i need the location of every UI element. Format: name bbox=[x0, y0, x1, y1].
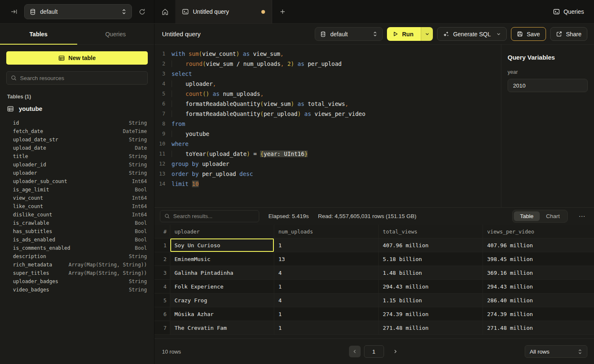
next-page-button[interactable] bbox=[391, 349, 400, 354]
queries-button[interactable]: Queries bbox=[543, 0, 594, 23]
column-name: uploader_sub_count bbox=[13, 178, 67, 184]
table-cell[interactable]: 1.15 billion bbox=[379, 294, 483, 307]
table-cell[interactable]: 1 bbox=[274, 321, 379, 334]
prev-page-button[interactable] bbox=[349, 346, 361, 357]
table-cell[interactable]: 369.16 million bbox=[483, 266, 594, 279]
table-cell[interactable]: Crazy Frog bbox=[170, 294, 274, 307]
table-cell[interactable]: 294.43 million bbox=[379, 280, 483, 293]
results-footer: 10 rows All rows bbox=[154, 339, 594, 364]
chevron-updown-icon bbox=[373, 31, 377, 37]
results-panel: Elapsed: 5.419s Read: 4,557,605,031 rows… bbox=[154, 207, 594, 364]
run-options-button[interactable] bbox=[421, 27, 433, 41]
table-cell[interactable]: 407.96 million bbox=[483, 238, 594, 252]
table-cell[interactable]: 1 bbox=[274, 307, 379, 321]
save-button[interactable]: Save bbox=[511, 27, 546, 41]
run-button[interactable]: Run bbox=[387, 27, 421, 41]
table-cell[interactable]: 274.39 million bbox=[483, 307, 594, 321]
query-variables-title: Query Variables bbox=[508, 54, 588, 61]
column-name: title bbox=[13, 153, 28, 159]
results-search-input[interactable] bbox=[173, 213, 255, 219]
query-database-selector[interactable]: default bbox=[315, 27, 383, 41]
play-icon bbox=[393, 31, 398, 37]
table-cell[interactable]: 4 bbox=[274, 294, 379, 307]
column-name: video_badges bbox=[13, 287, 49, 293]
database-selector-value: default bbox=[40, 8, 117, 15]
sql-token: toYear bbox=[186, 151, 206, 157]
row-index-cell[interactable]: 3 bbox=[154, 266, 170, 279]
generate-sql-button[interactable]: Generate SQL bbox=[437, 27, 506, 41]
table-cell[interactable]: 274.39 million bbox=[379, 307, 483, 321]
table-cell[interactable]: Galinha Pintadinha bbox=[170, 266, 274, 279]
line-number: 12 bbox=[154, 159, 165, 169]
resource-search-input[interactable] bbox=[20, 75, 143, 81]
row-index-cell[interactable]: 4 bbox=[154, 280, 170, 293]
tab-untitled-query[interactable]: Untitled query bbox=[175, 0, 272, 23]
table-cell[interactable]: Folk Experience bbox=[170, 280, 274, 293]
sidebar-table-youtube[interactable]: youtube bbox=[6, 105, 148, 114]
page-size-selector[interactable]: All rows bbox=[525, 345, 587, 358]
terminal-icon bbox=[553, 8, 560, 15]
column-name: super_titles bbox=[13, 270, 49, 276]
table-cell[interactable]: 398.45 million bbox=[483, 252, 594, 266]
share-button[interactable]: Share bbox=[550, 27, 587, 41]
table-cell[interactable]: 407.96 million bbox=[379, 238, 483, 252]
view-tab-table[interactable]: Table bbox=[514, 211, 540, 221]
table-cell[interactable]: 4 bbox=[274, 266, 379, 279]
database-selector[interactable]: default bbox=[24, 4, 132, 19]
column-name: is_comments_enabled bbox=[13, 245, 70, 251]
variable-input-year[interactable] bbox=[508, 79, 588, 92]
refresh-button[interactable] bbox=[136, 6, 148, 18]
line-number: 4 bbox=[154, 79, 165, 89]
row-index-cell[interactable]: 1 bbox=[154, 238, 170, 252]
column-type: Int64 bbox=[132, 203, 147, 209]
home-button[interactable] bbox=[154, 0, 175, 23]
schema-column-row: view_countInt64 bbox=[13, 194, 147, 202]
view-tab-chart[interactable]: Chart bbox=[540, 211, 566, 221]
table-cell[interactable]: The Crevatin Fam bbox=[170, 321, 274, 334]
table-grid-icon bbox=[7, 105, 14, 112]
schema-column-row: uploader_idString bbox=[13, 161, 147, 169]
share-icon bbox=[556, 31, 562, 37]
column-name: uploader_badges bbox=[13, 279, 58, 284]
table-cell[interactable]: 286.40 million bbox=[483, 294, 594, 307]
column-name: is_crawlable bbox=[13, 220, 49, 226]
table-cell[interactable]: 5.18 billion bbox=[379, 252, 483, 266]
sql-token: desc bbox=[240, 171, 253, 177]
sql-token bbox=[172, 80, 186, 87]
column-type: String bbox=[129, 153, 147, 159]
table-cell[interactable]: EminemMusic bbox=[170, 252, 274, 266]
code-line: 12group by uploader bbox=[154, 159, 501, 169]
results-menu-button[interactable]: ⋯ bbox=[577, 212, 587, 220]
row-index-cell[interactable]: 2 bbox=[154, 252, 170, 266]
table-cell[interactable]: 13 bbox=[274, 252, 379, 266]
sql-token: view_sum / num_uploads bbox=[206, 60, 281, 67]
database-icon bbox=[30, 9, 36, 15]
table-cell[interactable]: 1 bbox=[274, 280, 379, 293]
sql-token bbox=[189, 181, 192, 187]
sql-token bbox=[209, 90, 212, 97]
new-table-button[interactable]: New table bbox=[6, 51, 148, 65]
tab-title: Untitled query bbox=[193, 8, 257, 15]
new-table-label: New table bbox=[68, 55, 96, 61]
table-cell[interactable]: 1.48 billion bbox=[379, 266, 483, 279]
chevron-down-icon[interactable] bbox=[496, 32, 501, 36]
table-cell[interactable]: 271.48 million bbox=[483, 321, 594, 334]
table-cell[interactable]: 294.43 million bbox=[483, 280, 594, 293]
table-cell[interactable]: 271.48 million bbox=[379, 321, 483, 334]
row-index-cell[interactable]: 5 bbox=[154, 294, 170, 307]
sql-token: youtube bbox=[186, 131, 210, 137]
sidebar-tab-tables[interactable]: Tables bbox=[0, 24, 77, 44]
page-number-input[interactable] bbox=[364, 345, 384, 358]
collapse-sidebar-button[interactable] bbox=[8, 6, 20, 18]
new-tab-button[interactable] bbox=[272, 0, 293, 23]
table-cell[interactable]: Músika Azhar bbox=[170, 307, 274, 321]
row-index-cell[interactable]: 6 bbox=[154, 307, 170, 321]
sql-token bbox=[172, 60, 186, 67]
search-icon bbox=[164, 213, 170, 219]
sidebar-tab-queries[interactable]: Queries bbox=[77, 24, 154, 44]
row-index-cell[interactable]: 7 bbox=[154, 321, 170, 334]
table-cell[interactable]: 1 bbox=[274, 238, 379, 252]
table-cell[interactable]: Soy Un Curioso bbox=[170, 238, 274, 252]
sql-editor[interactable]: 1with sum(view_count) as view_sum,2 roun… bbox=[154, 45, 501, 207]
sql-token: uploader bbox=[199, 161, 229, 167]
